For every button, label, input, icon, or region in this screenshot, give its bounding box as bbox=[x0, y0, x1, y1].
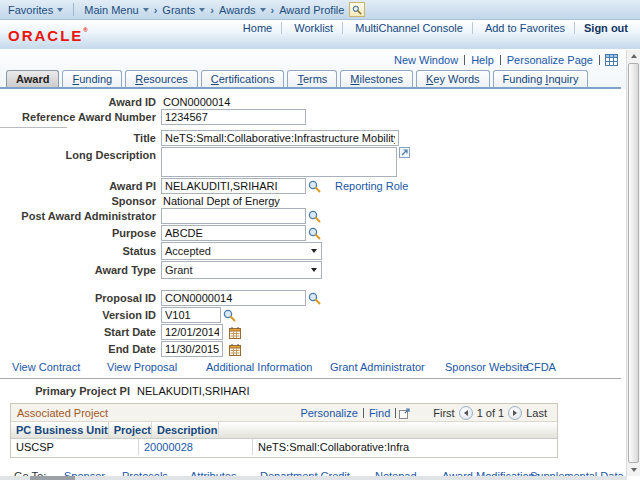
pager-first-link[interactable]: First bbox=[433, 407, 454, 419]
portal-link[interactable]: Worklist bbox=[285, 22, 343, 34]
chevron-down-icon bbox=[57, 8, 63, 12]
breadcrumb-item-label: Awards bbox=[219, 4, 255, 16]
personalize-link[interactable]: Personalize bbox=[300, 407, 357, 419]
breadcrumb-items: › Main Menu › Grants › Awards bbox=[84, 2, 365, 17]
breadcrumb-separator-icon: › bbox=[271, 4, 275, 16]
start-date-calendar-icon[interactable] bbox=[229, 326, 241, 339]
tab[interactable]: Resources bbox=[125, 70, 198, 87]
proposal-id-input[interactable] bbox=[161, 290, 306, 306]
award-type-label: Award Type bbox=[0, 264, 161, 276]
start-date-input[interactable] bbox=[161, 324, 223, 340]
related-link[interactable]: View Contract bbox=[12, 361, 80, 373]
reference-award-number-input[interactable] bbox=[161, 109, 306, 125]
breadcrumb-item[interactable]: › Main Menu bbox=[84, 4, 148, 16]
portal-link[interactable]: Home bbox=[234, 22, 282, 34]
status-select-value: Accepted bbox=[165, 245, 211, 257]
divider bbox=[363, 408, 364, 418]
divider bbox=[500, 55, 501, 65]
favorites-menu[interactable]: Favorites bbox=[8, 4, 63, 16]
breadcrumb-search-icon[interactable] bbox=[349, 2, 365, 17]
scroll-up-icon[interactable] bbox=[627, 50, 640, 62]
next-page-button[interactable] bbox=[508, 406, 522, 420]
end-date-input[interactable] bbox=[161, 341, 223, 357]
breadcrumb-item-label: Grants bbox=[162, 4, 195, 16]
vertical-scrollbar-thumb[interactable] bbox=[628, 63, 639, 463]
award-type-select[interactable]: Grant bbox=[161, 261, 322, 279]
related-link[interactable]: Grant Administrator bbox=[330, 361, 425, 373]
help-link[interactable]: Help bbox=[471, 54, 494, 66]
tab[interactable]: Milestones bbox=[340, 70, 413, 87]
award-pi-input[interactable] bbox=[161, 178, 306, 194]
breadcrumb-item[interactable]: › Award Profile bbox=[266, 2, 366, 17]
grid-title: Associated Project bbox=[17, 407, 108, 419]
chevron-down-icon bbox=[311, 268, 317, 272]
divider bbox=[464, 55, 465, 65]
title-input[interactable] bbox=[161, 130, 399, 146]
column-header: Project bbox=[109, 422, 152, 438]
business-unit-cell: USCSP bbox=[11, 439, 139, 455]
tab[interactable]: Terms bbox=[287, 70, 337, 87]
reporting-role-link[interactable]: Reporting Role bbox=[335, 180, 408, 192]
post-award-administrator-input[interactable] bbox=[161, 208, 306, 224]
related-link[interactable]: Additional Information bbox=[206, 361, 312, 373]
tab-label: Certifications bbox=[211, 73, 275, 85]
breadcrumb-item[interactable]: › Awards bbox=[205, 4, 265, 16]
tab[interactable]: Certifications bbox=[201, 70, 285, 87]
find-link[interactable]: Find bbox=[369, 407, 390, 419]
tab[interactable]: Key Words bbox=[416, 70, 490, 87]
version-id-label: Version ID bbox=[0, 309, 161, 321]
related-links-row: View Contract View Proposal Additional I… bbox=[0, 361, 640, 374]
start-date-label: Start Date bbox=[0, 326, 161, 338]
status-select[interactable]: Accepted bbox=[161, 242, 322, 260]
pager-last-link[interactable]: Last bbox=[526, 407, 547, 419]
pager-position: 1 of 1 bbox=[477, 407, 505, 419]
sign-out-link[interactable]: Sign out bbox=[575, 22, 630, 34]
award-id-value: CON0000014 bbox=[161, 96, 230, 108]
expand-icon[interactable] bbox=[399, 147, 410, 158]
breadcrumb-separator-icon: › bbox=[210, 4, 214, 16]
new-window-link[interactable]: New Window bbox=[394, 54, 458, 66]
version-id-input[interactable] bbox=[161, 307, 221, 323]
personalize-page-link[interactable]: Personalize Page bbox=[507, 54, 593, 66]
tab[interactable]: Funding bbox=[62, 70, 122, 87]
layout-grid-icon[interactable] bbox=[605, 54, 618, 66]
tab-label: Terms bbox=[297, 73, 327, 85]
end-date-label: End Date bbox=[0, 343, 161, 355]
horizontal-scrollbar-thumb[interactable] bbox=[30, 476, 75, 480]
related-link[interactable]: View Proposal bbox=[107, 361, 177, 373]
oracle-logo: ORACLE® bbox=[8, 27, 88, 44]
related-link[interactable]: CFDA bbox=[526, 361, 556, 373]
tab-label: Award bbox=[16, 73, 49, 85]
chevron-down-icon bbox=[311, 249, 317, 253]
primary-project-pi-value: NELAKUDITI,SRIHARI bbox=[135, 385, 249, 397]
reference-award-number-label: Reference Award Number bbox=[0, 111, 161, 123]
horizontal-scrollbar[interactable] bbox=[0, 476, 627, 480]
tab[interactable]: Award bbox=[6, 70, 59, 87]
previous-page-button[interactable] bbox=[459, 406, 473, 420]
long-description-textarea[interactable] bbox=[161, 147, 397, 177]
project-link[interactable]: 20000028 bbox=[144, 441, 193, 453]
popup-window-icon[interactable] bbox=[399, 407, 411, 419]
description-cell: NeTS:Small:Collaborative:Infra bbox=[253, 439, 557, 455]
award-pi-lookup-icon[interactable] bbox=[308, 180, 321, 193]
table-row: USCSP 20000028 NeTS:Small:Collaborative:… bbox=[11, 439, 557, 457]
proposal-id-lookup-icon[interactable] bbox=[308, 292, 321, 305]
tab[interactable]: Funding Inquiry bbox=[493, 70, 589, 87]
purpose-lookup-icon[interactable] bbox=[308, 227, 321, 240]
portal-link[interactable]: Add to Favorites bbox=[476, 22, 575, 34]
end-date-calendar-icon[interactable] bbox=[229, 343, 241, 356]
related-link[interactable]: Sponsor Website bbox=[445, 361, 529, 373]
associated-project-grid: Associated Project Personalize Find Firs… bbox=[10, 403, 558, 458]
scroll-down-icon[interactable] bbox=[627, 464, 640, 476]
breadcrumb-item[interactable]: › Grants bbox=[149, 4, 206, 16]
purpose-input[interactable] bbox=[161, 225, 306, 241]
portal-link[interactable]: MultiChannel Console bbox=[346, 22, 473, 34]
version-id-lookup-icon[interactable] bbox=[223, 309, 236, 322]
page-actions: New Window Help Personalize Page bbox=[0, 53, 640, 67]
breadcrumb-item-label: Award Profile bbox=[279, 4, 344, 16]
primary-project-pi-label: Primary Project PI bbox=[0, 385, 135, 397]
vertical-scrollbar[interactable] bbox=[626, 50, 640, 476]
title-label: Title bbox=[0, 132, 161, 144]
post-award-administrator-lookup-icon[interactable] bbox=[308, 210, 321, 223]
breadcrumb-item-label: Main Menu bbox=[84, 4, 138, 16]
